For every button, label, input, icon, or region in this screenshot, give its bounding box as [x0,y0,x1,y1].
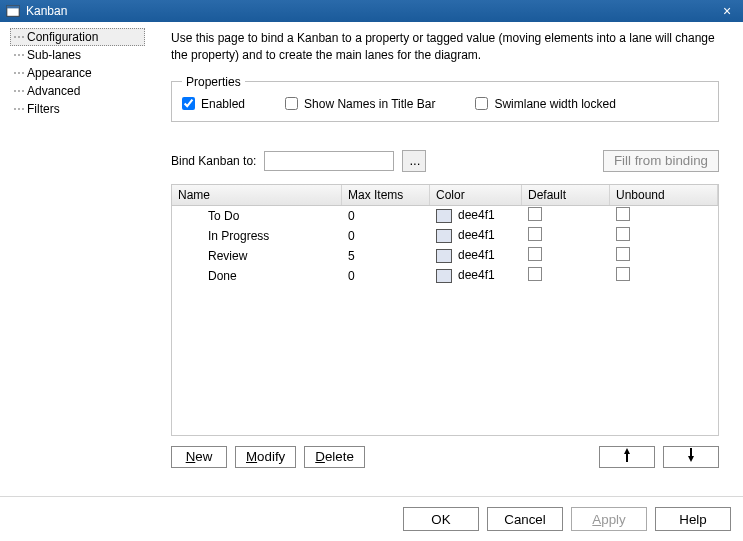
cell-unbound[interactable] [610,227,718,244]
checkbox-icon[interactable] [528,247,542,261]
color-swatch [436,269,452,283]
fill-from-binding-button[interactable]: Fill from binding [603,150,719,172]
cell-color: dee4f1 [430,208,522,223]
cell-color: dee4f1 [430,228,522,243]
new-label: ew [195,449,212,464]
cell-default[interactable] [522,207,610,224]
hand-down-icon [684,447,698,466]
lanes-grid-body: To Do 0 dee4f1 In Progress 0 dee4f1 [172,206,718,286]
checkbox-icon[interactable] [616,267,630,281]
enabled-checkbox-input[interactable] [182,97,195,110]
cell-default[interactable] [522,227,610,244]
sidebar-item-label: Advanced [27,84,80,98]
bind-browse-button[interactable]: ... [402,150,426,172]
modify-button[interactable]: Modify [235,446,296,468]
cell-color: dee4f1 [430,248,522,263]
width-locked-checkbox-input[interactable] [475,97,488,110]
color-swatch [436,209,452,223]
table-row[interactable]: In Progress 0 dee4f1 [172,226,718,246]
cell-name: Review [172,249,342,263]
window-title: Kanban [26,4,717,18]
checkbox-icon[interactable] [616,227,630,241]
show-names-checkbox-input[interactable] [285,97,298,110]
help-button[interactable]: Help [655,507,731,531]
new-button[interactable]: New [171,446,227,468]
cell-unbound[interactable] [610,247,718,264]
svg-rect-1 [7,6,19,9]
dialog-kanban: Kanban × ⋯Configuration ⋯Sub-lanes ⋯Appe… [0,0,743,541]
checkbox-icon[interactable] [528,267,542,281]
enabled-label: Enabled [201,97,245,111]
cell-name: In Progress [172,229,342,243]
properties-legend: Properties [182,75,245,89]
col-header-color[interactable]: Color [430,185,522,205]
sidebar-item-configuration[interactable]: ⋯Configuration [10,28,145,46]
move-up-button[interactable] [599,446,655,468]
sidebar-tree: ⋯Configuration ⋯Sub-lanes ⋯Appearance ⋯A… [0,22,155,496]
hand-up-icon [620,447,634,466]
bind-row: Bind Kanban to: ... Fill from binding [171,150,719,172]
col-header-name[interactable]: Name [172,185,342,205]
cell-max: 0 [342,209,430,223]
show-names-label: Show Names in Title Bar [304,97,435,111]
delete-button[interactable]: Delete [304,446,365,468]
table-row[interactable]: Review 5 dee4f1 [172,246,718,266]
checkbox-icon[interactable] [528,227,542,241]
close-icon[interactable]: × [717,4,737,18]
width-locked-label: Swimlane width locked [494,97,615,111]
ok-button[interactable]: OK [403,507,479,531]
cell-unbound[interactable] [610,207,718,224]
bind-label: Bind Kanban to: [171,154,256,168]
cell-color: dee4f1 [430,268,522,283]
cell-default[interactable] [522,247,610,264]
sidebar-item-sub-lanes[interactable]: ⋯Sub-lanes [10,46,145,64]
lanes-grid: Name Max Items Color Default Unbound To … [171,184,719,436]
sidebar-item-appearance[interactable]: ⋯Appearance [10,64,145,82]
titlebar: Kanban × [0,0,743,22]
apply-button[interactable]: Apply [571,507,647,531]
dialog-body: ⋯Configuration ⋯Sub-lanes ⋯Appearance ⋯A… [0,22,743,496]
main-panel: Use this page to bind a Kanban to a prop… [155,22,743,496]
cell-max: 0 [342,269,430,283]
sidebar-item-label: Sub-lanes [27,48,81,62]
show-names-checkbox[interactable]: Show Names in Title Bar [285,97,435,111]
cell-name: To Do [172,209,342,223]
cell-max: 5 [342,249,430,263]
cell-default[interactable] [522,267,610,284]
lanes-grid-header: Name Max Items Color Default Unbound [172,185,718,206]
checkbox-icon[interactable] [616,247,630,261]
cell-max: 0 [342,229,430,243]
cell-name: Done [172,269,342,283]
sidebar-item-advanced[interactable]: ⋯Advanced [10,82,145,100]
table-row[interactable]: To Do 0 dee4f1 [172,206,718,226]
enabled-checkbox[interactable]: Enabled [182,97,245,111]
color-swatch [436,229,452,243]
bind-input[interactable] [264,151,394,171]
sidebar-item-label: Configuration [27,30,98,44]
sidebar-item-label: Appearance [27,66,92,80]
window-icon [6,4,20,18]
cancel-button[interactable]: Cancel [487,507,563,531]
page-description: Use this page to bind a Kanban to a prop… [171,30,719,65]
grid-actions: New Modify Delete [171,446,719,468]
properties-group: Properties Enabled Show Names in Title B… [171,75,719,122]
move-down-button[interactable] [663,446,719,468]
color-swatch [436,249,452,263]
checkbox-icon[interactable] [616,207,630,221]
sidebar-item-label: Filters [27,102,60,116]
col-header-default[interactable]: Default [522,185,610,205]
cell-unbound[interactable] [610,267,718,284]
sidebar-item-filters[interactable]: ⋯Filters [10,100,145,118]
table-row[interactable]: Done 0 dee4f1 [172,266,718,286]
col-header-unbound[interactable]: Unbound [610,185,718,205]
checkbox-icon[interactable] [528,207,542,221]
width-locked-checkbox[interactable]: Swimlane width locked [475,97,615,111]
dialog-footer: OK Cancel Apply Help [0,496,743,541]
col-header-max[interactable]: Max Items [342,185,430,205]
